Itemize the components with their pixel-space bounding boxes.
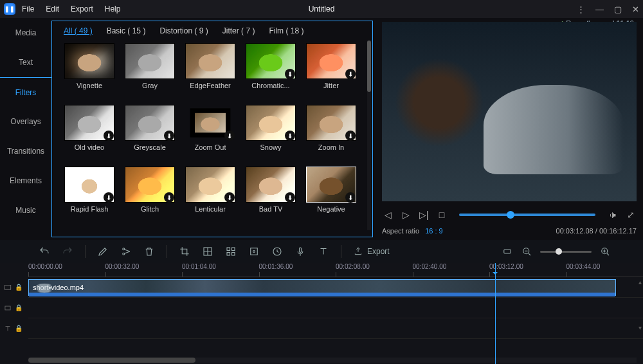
video-clip[interactable]: short•video.mp4	[28, 279, 616, 296]
voiceover-icon[interactable]	[294, 246, 306, 257]
download-icon[interactable]: ⬇	[104, 192, 114, 203]
menu-help[interactable]: Help	[105, 5, 121, 14]
video-track[interactable]: 🔒 short•video.mp4	[28, 277, 643, 298]
stop-icon[interactable]: □	[436, 210, 448, 220]
svg-rect-7	[251, 248, 258, 255]
redo-icon[interactable]	[62, 246, 73, 257]
ruler-tick: 00:00:00.00	[28, 263, 105, 277]
pen-icon[interactable]	[97, 246, 109, 257]
menu-export[interactable]: Export	[71, 5, 93, 14]
sidebar-item-media[interactable]: Media	[0, 18, 51, 48]
download-icon[interactable]: ⬇	[224, 192, 235, 203]
sidebar-item-transitions[interactable]: Transitions	[0, 136, 51, 166]
close-icon[interactable]: ✕	[632, 5, 639, 14]
sidebar-item-text[interactable]: Text	[0, 48, 51, 77]
svg-rect-3	[227, 248, 230, 251]
delete-icon[interactable]	[143, 246, 155, 257]
lock-icon[interactable]: 🔒	[15, 325, 23, 332]
filter-grid: VignetteGrayEdgeFeather⬇Chromatic...⬇Jit…	[52, 41, 372, 237]
mosaic-icon[interactable]	[202, 246, 213, 257]
filter-thumb-snowy[interactable]: ⬇Snowy	[245, 105, 296, 163]
download-icon[interactable]: ⬇	[285, 131, 295, 141]
video-track-head: 🔒	[0, 277, 26, 297]
download-icon[interactable]: ⬇	[345, 131, 356, 141]
fit-icon[interactable]	[502, 246, 513, 257]
export-button[interactable]: Export	[353, 246, 390, 257]
library-tabs: All ( 49 )Basic ( 15 )Distortion ( 9 )Ji…	[52, 21, 372, 41]
scroll-down-icon[interactable]: ▾	[638, 324, 642, 331]
text-track-head: 🔒	[0, 318, 26, 338]
filter-thumb-greyscale[interactable]: ⬇Greyscale	[124, 105, 176, 163]
grid-icon[interactable]	[225, 246, 237, 257]
ruler-tick: 00:03:44.00	[566, 263, 644, 277]
library-tab[interactable]: Film ( 18 )	[269, 26, 303, 35]
filter-thumb-lenticular[interactable]: ⬇Lenticular	[185, 167, 236, 224]
filter-thumb-bad-tv[interactable]: ⬇Bad TV	[245, 167, 296, 224]
sidebar-item-filters[interactable]: Filters	[0, 77, 51, 107]
text-track[interactable]: 🔒	[28, 318, 643, 339]
filter-thumb-edgefeather[interactable]: EdgeFeather	[185, 43, 236, 101]
time-ruler[interactable]: 00:00:00.0000:00:32.0000:01:04.0000:01:3…	[28, 263, 643, 277]
crop-icon[interactable]	[179, 246, 190, 257]
overlay-track[interactable]: 🔒	[28, 298, 643, 318]
filter-label: Glitch	[141, 205, 159, 213]
more-icon[interactable]: ⋮	[577, 5, 585, 14]
library-tab[interactable]: Distortion ( 9 )	[159, 26, 208, 35]
menu-edit[interactable]: Edit	[46, 5, 59, 14]
minimize-icon[interactable]: —	[595, 5, 604, 14]
filter-label: Lenticular	[195, 205, 226, 213]
filter-thumb-jitter[interactable]: ⬇Jitter	[305, 43, 357, 101]
sidebar-item-music[interactable]: Music	[0, 196, 51, 225]
filter-thumb-rapid-flash[interactable]: ⬇Rapid Flash	[64, 167, 115, 224]
text-tool-icon[interactable]	[318, 246, 329, 257]
library-tab[interactable]: All ( 49 )	[64, 26, 93, 35]
download-icon[interactable]: ⬇	[164, 192, 174, 203]
download-icon[interactable]: ⬇	[224, 131, 235, 141]
download-icon[interactable]: ⬇	[164, 131, 174, 141]
filter-thumb-zoom-out[interactable]: ⬇Zoom Out	[185, 105, 236, 163]
library-tab[interactable]: Basic ( 15 )	[107, 26, 146, 35]
duration-icon[interactable]	[271, 246, 283, 257]
freeze-icon[interactable]	[248, 246, 260, 257]
video-preview[interactable]	[382, 22, 637, 201]
zoom-out-icon[interactable]	[521, 246, 532, 257]
filter-label: Zoom Out	[195, 143, 226, 151]
scroll-up-icon[interactable]: ▴	[638, 278, 642, 286]
filter-thumb-gray[interactable]: Gray	[124, 43, 176, 101]
prev-frame-icon[interactable]: ◁	[382, 210, 394, 220]
split-icon[interactable]	[120, 246, 132, 257]
zoom-in-icon[interactable]	[599, 246, 611, 257]
next-frame-icon[interactable]: ▷|	[418, 210, 430, 220]
filter-thumb-negative[interactable]: ⬇Negative	[305, 167, 357, 224]
play-icon[interactable]: ▷	[400, 210, 412, 220]
fullscreen-icon[interactable]: ⤢	[625, 210, 637, 220]
lock-icon[interactable]: 🔒	[15, 284, 23, 291]
filter-thumb-zoom-in[interactable]: ⬇Zoom In	[305, 105, 357, 163]
seek-bar[interactable]	[459, 214, 595, 216]
playhead[interactable]	[495, 263, 496, 364]
sidebar-item-elements[interactable]: Elements	[0, 166, 51, 196]
sidebar-item-overlays[interactable]: Overlays	[0, 107, 51, 136]
undo-icon[interactable]	[39, 246, 50, 257]
download-icon[interactable]: ⬇	[345, 192, 356, 203]
zoom-slider[interactable]	[540, 251, 592, 253]
lock-icon[interactable]: 🔒	[15, 304, 23, 311]
library-scrollbar[interactable]	[367, 41, 371, 230]
download-icon[interactable]: ⬇	[285, 192, 295, 203]
timecode: 00:03:12.08 / 00:16:12.17	[556, 227, 637, 235]
library-tab[interactable]: Jitter ( 7 )	[222, 26, 255, 35]
filter-thumb-vignette[interactable]: Vignette	[64, 43, 115, 101]
volume-icon[interactable]: 🕩	[607, 210, 619, 220]
filter-thumb-old-video[interactable]: ⬇Old video	[64, 105, 115, 163]
filter-thumb-glitch[interactable]: ⬇Glitch	[124, 167, 176, 224]
svg-rect-6	[232, 253, 235, 256]
aspect-ratio-value[interactable]: 16 : 9	[425, 227, 443, 235]
download-icon[interactable]: ⬇	[345, 69, 356, 79]
menu-file[interactable]: File	[22, 5, 34, 14]
timeline-scrollbar[interactable]	[28, 358, 637, 363]
filter-label: Gray	[142, 82, 158, 89]
filter-thumb-chromatic-[interactable]: ⬇Chromatic...	[245, 43, 296, 101]
download-icon[interactable]: ⬇	[285, 69, 295, 79]
download-icon[interactable]: ⬇	[104, 131, 114, 141]
maximize-icon[interactable]: ▢	[614, 5, 622, 14]
